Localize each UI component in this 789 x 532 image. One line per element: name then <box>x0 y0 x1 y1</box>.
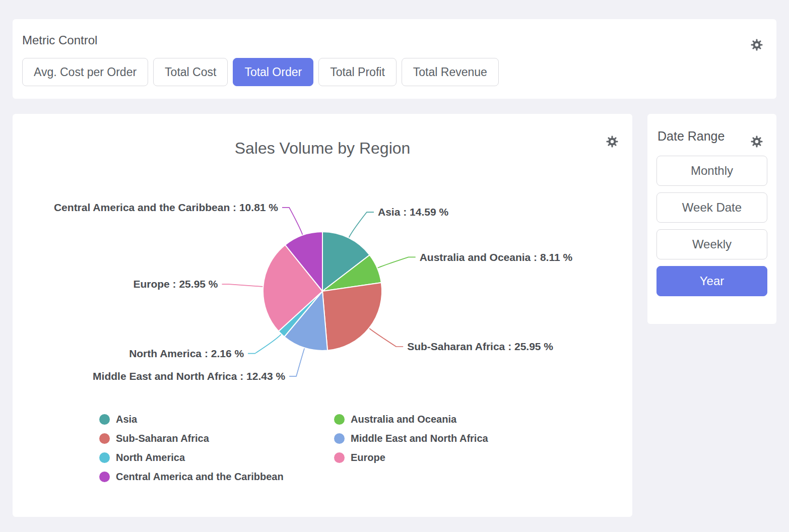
metric-control-title: Metric Control <box>22 33 767 48</box>
metric-control-settings-button[interactable] <box>750 38 763 51</box>
sales-volume-chart-panel: Sales Volume by Region Asia : 14.59 %Aus… <box>13 114 632 517</box>
pie-label-central-america-and-the-caribbean: Central America and the Caribbean : 10.8… <box>54 202 278 213</box>
legend-item-middle-east-and-north-africa[interactable]: Middle East and North Africa <box>334 429 488 448</box>
metric-button-total-cost[interactable]: Total Cost <box>153 58 228 86</box>
date-button-week-date[interactable]: Week Date <box>656 192 767 223</box>
legend-label-central-america-and-the-caribbean: Central America and the Caribbean <box>116 471 284 483</box>
legend-label-europe: Europe <box>351 452 385 463</box>
gear-icon <box>750 135 763 148</box>
metric-button-total-order[interactable]: Total Order <box>233 58 313 86</box>
metric-button-group: Avg. Cost per OrderTotal CostTotal Order… <box>22 58 767 86</box>
date-button-year[interactable]: Year <box>656 266 767 296</box>
legend-dot-australia-and-oceania <box>334 414 345 425</box>
pie-label-europe: Europe : 25.95 % <box>133 278 218 290</box>
gear-icon <box>750 38 763 51</box>
date-range-panel: Date Range MonthlyWeek DateWeeklyYear <box>647 114 776 324</box>
legend-label-asia: Asia <box>116 414 137 425</box>
legend-dot-europe <box>334 452 345 463</box>
legend-item-australia-and-oceania[interactable]: Australia and Oceania <box>334 410 488 429</box>
legend-dot-asia <box>99 414 110 425</box>
metric-button-total-profit[interactable]: Total Profit <box>318 58 397 86</box>
legend-item-sub-saharan-africa[interactable]: Sub-Saharan Africa <box>99 429 284 448</box>
legend-label-australia-and-oceania: Australia and Oceania <box>351 414 456 425</box>
legend-item-europe[interactable]: Europe <box>334 448 488 467</box>
pie-label-line-sub-saharan-africa <box>369 328 403 347</box>
main-row: Sales Volume by Region Asia : 14.59 %Aus… <box>13 114 776 517</box>
legend-dot-central-america-and-the-caribbean <box>99 472 110 482</box>
pie-label-line-australia-and-oceania <box>378 257 416 268</box>
pie-label-australia-and-oceania: Australia and Oceania : 8.11 % <box>420 251 573 263</box>
pie-label-middle-east-and-north-africa: Middle East and North Africa : 12.43 % <box>93 370 285 382</box>
pie-label-north-america: North America : 2.16 % <box>129 348 244 359</box>
dashboard: Metric Control Avg. Cost per OrderTotal … <box>0 0 789 517</box>
date-range-settings-button[interactable] <box>750 135 763 148</box>
legend-label-sub-saharan-africa: Sub-Saharan Africa <box>116 433 209 444</box>
metric-control-panel: Metric Control Avg. Cost per OrderTotal … <box>13 19 776 99</box>
legend-item-central-america-and-the-caribbean[interactable]: Central America and the Caribbean <box>99 467 284 486</box>
pie-label-line-europe <box>222 284 263 287</box>
pie-label-sub-saharan-africa: Sub-Saharan Africa : 25.95 % <box>407 341 553 352</box>
pie-label-line-middle-east-and-north-africa <box>289 349 304 376</box>
legend-item-north-america[interactable]: North America <box>99 448 284 467</box>
legend-column-2: Australia and OceaniaMiddle East and Nor… <box>334 410 488 467</box>
pie-label-line-north-america <box>248 335 281 354</box>
legend-dot-north-america <box>99 452 110 463</box>
metric-button-total-revenue[interactable]: Total Revenue <box>402 58 499 86</box>
date-button-monthly[interactable]: Monthly <box>656 156 767 186</box>
pie-label-line-asia <box>349 212 374 237</box>
legend-column-1: AsiaSub-Saharan AfricaNorth AmericaCentr… <box>99 410 284 486</box>
legend-label-middle-east-and-north-africa: Middle East and North Africa <box>351 433 488 444</box>
legend-dot-middle-east-and-north-africa <box>334 433 345 444</box>
legend-label-north-america: North America <box>116 452 185 463</box>
legend-dot-sub-saharan-africa <box>99 433 110 444</box>
pie-label-asia: Asia : 14.59 % <box>378 206 448 218</box>
date-range-button-group: MonthlyWeek DateWeeklyYear <box>656 156 767 296</box>
pie-label-line-central-america-and-the-caribbean <box>282 208 302 235</box>
date-button-weekly[interactable]: Weekly <box>656 229 767 259</box>
pie-slice-sub-saharan-africa[interactable] <box>322 283 382 351</box>
legend-item-asia[interactable]: Asia <box>99 410 284 429</box>
metric-button-avg-cost-per-order[interactable]: Avg. Cost per Order <box>22 58 148 86</box>
